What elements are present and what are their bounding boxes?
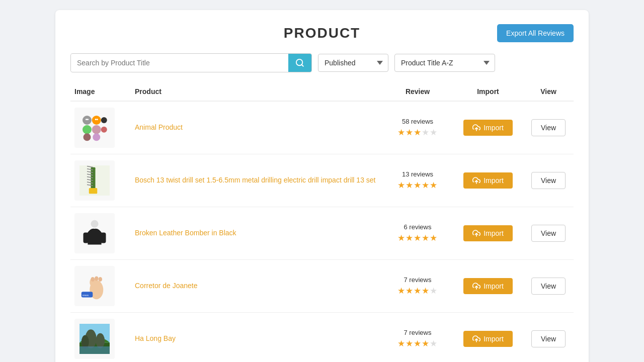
svg-rect-45 xyxy=(79,346,110,354)
view-button[interactable]: View xyxy=(531,330,566,347)
svg-point-4 xyxy=(83,125,92,134)
product-image xyxy=(74,319,115,359)
review-count: 58 reviews xyxy=(386,118,449,125)
product-name: Corretor de Joanete xyxy=(135,282,198,290)
table-row: Bosch 13 twist drill set 1.5-6.5mm metal… xyxy=(70,154,574,207)
product-image-cell: BRASIL xyxy=(70,266,131,306)
col-product: Product xyxy=(131,87,382,96)
import-cell: Import xyxy=(453,172,523,189)
view-button[interactable]: View xyxy=(531,119,566,136)
review-count: 13 reviews xyxy=(386,170,449,178)
view-button[interactable]: View xyxy=(531,225,566,242)
svg-point-12 xyxy=(97,119,98,120)
col-view: View xyxy=(523,87,574,96)
header-row: PRODUCT Export All Reviews xyxy=(70,25,574,41)
svg-point-36 xyxy=(91,277,95,282)
col-review: Review xyxy=(382,87,453,96)
view-cell: View xyxy=(523,278,574,295)
upload-icon xyxy=(472,176,480,185)
table-row: Ha Long Bay 7 reviews ★★★★★ Import View xyxy=(70,313,574,362)
search-button[interactable] xyxy=(288,54,311,72)
table-row: BRASIL Corretor de Joanete 7 reviews ★★★… xyxy=(70,260,574,313)
svg-rect-16 xyxy=(89,188,98,194)
product-image xyxy=(74,108,115,148)
upload-icon xyxy=(472,335,480,343)
col-import: Import xyxy=(453,87,523,96)
product-name-cell: Animal Product xyxy=(131,123,382,133)
view-cell: View xyxy=(523,225,574,242)
review-count: 7 reviews xyxy=(386,276,449,284)
filter-row: PublishedUnpublishedAll Product Title A-… xyxy=(70,53,574,72)
star-rating: ★★★★★ xyxy=(386,180,449,191)
review-cell: 6 reviews ★★★★★ xyxy=(382,223,453,243)
table-header: Image Product Review Import View xyxy=(70,82,574,102)
svg-point-38 xyxy=(99,277,103,282)
import-cell: Import xyxy=(453,331,523,347)
product-name: Animal Product xyxy=(135,123,183,131)
view-cell: View xyxy=(523,119,574,136)
product-name: Broken Leather Bomber in Black xyxy=(135,229,236,237)
review-cell: 58 reviews ★★★★★ xyxy=(382,118,453,138)
upload-icon xyxy=(472,229,480,237)
import-button[interactable]: Import xyxy=(463,225,513,241)
upload-icon xyxy=(472,282,480,290)
product-image-cell xyxy=(70,108,131,148)
export-all-reviews-button[interactable]: Export All Reviews xyxy=(497,24,574,42)
import-button[interactable]: Import xyxy=(463,278,513,294)
product-image xyxy=(74,213,115,253)
svg-rect-28 xyxy=(84,233,89,243)
view-button[interactable]: View xyxy=(531,172,566,189)
product-name-cell: Broken Leather Bomber in Black xyxy=(131,228,382,238)
svg-point-3 xyxy=(101,117,107,123)
import-button[interactable]: Import xyxy=(463,120,513,136)
product-image xyxy=(74,160,115,201)
review-cell: 13 reviews ★★★★★ xyxy=(382,170,453,191)
product-name-cell: Ha Long Bay xyxy=(131,334,382,344)
svg-text:BRASIL: BRASIL xyxy=(83,295,89,297)
star-rating: ★★★★★ xyxy=(386,286,449,296)
import-cell: Import xyxy=(453,225,523,241)
star-rating: ★★★★★ xyxy=(386,338,449,349)
svg-point-37 xyxy=(95,277,99,281)
product-list: Animal Product 58 reviews ★★★★★ Import V… xyxy=(70,102,574,362)
product-name-cell: Corretor de Joanete xyxy=(131,281,382,291)
import-cell: Import xyxy=(453,120,523,136)
product-name-cell: Bosch 13 twist drill set 1.5-6.5mm metal… xyxy=(131,175,382,186)
svg-point-43 xyxy=(96,333,105,348)
review-count: 6 reviews xyxy=(386,223,449,231)
upload-icon xyxy=(472,124,480,132)
table-row: Broken Leather Bomber in Black 6 reviews… xyxy=(70,207,574,260)
svg-point-10 xyxy=(87,119,89,120)
svg-rect-15 xyxy=(91,167,96,190)
svg-point-7 xyxy=(84,133,91,141)
view-cell: View xyxy=(523,172,574,189)
review-cell: 7 reviews ★★★★★ xyxy=(382,276,453,296)
view-button[interactable]: View xyxy=(531,278,566,295)
search-input[interactable] xyxy=(71,54,288,71)
svg-point-6 xyxy=(101,127,107,133)
review-count: 7 reviews xyxy=(386,329,449,336)
product-image-cell xyxy=(70,160,131,201)
page-title: PRODUCT xyxy=(284,25,360,41)
star-rating: ★★★★★ xyxy=(386,127,449,138)
published-filter-select[interactable]: PublishedUnpublishedAll xyxy=(318,54,388,72)
sort-filter-select[interactable]: Product Title A-ZProduct Title Z-AMost R… xyxy=(394,54,495,72)
svg-point-9 xyxy=(86,119,87,120)
svg-point-1 xyxy=(83,116,92,125)
review-cell: 7 reviews ★★★★★ xyxy=(382,329,453,349)
import-button[interactable]: Import xyxy=(463,172,513,189)
product-name: Ha Long Bay xyxy=(135,334,176,342)
product-image: BRASIL xyxy=(74,266,115,306)
col-image: Image xyxy=(70,87,131,96)
product-image-cell xyxy=(70,213,131,253)
search-wrapper xyxy=(70,53,312,72)
svg-point-11 xyxy=(95,119,97,120)
table-row: Animal Product 58 reviews ★★★★★ Import V… xyxy=(70,102,574,154)
svg-point-2 xyxy=(92,116,101,125)
import-button[interactable]: Import xyxy=(463,331,513,347)
svg-rect-29 xyxy=(101,233,106,243)
svg-point-8 xyxy=(93,133,100,141)
view-cell: View xyxy=(523,330,574,347)
import-cell: Import xyxy=(453,278,523,294)
svg-point-5 xyxy=(92,125,101,134)
